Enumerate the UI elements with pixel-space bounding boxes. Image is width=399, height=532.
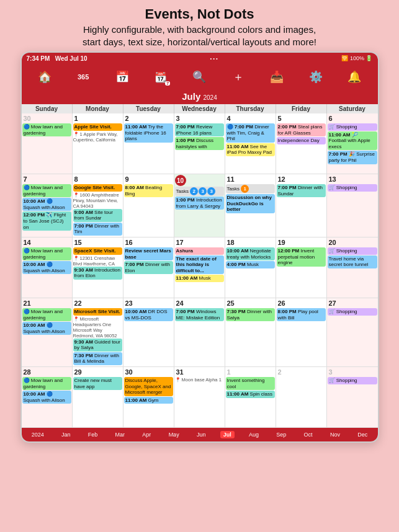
calendar-icon[interactable]: 📅 <box>112 67 132 87</box>
cal-cell-jul20[interactable]: 20 🛒 Shopping Travel home via secret bor… <box>327 237 378 298</box>
cal-cell-jul17[interactable]: 17 Ashura The exact date of this holiday… <box>174 237 225 298</box>
header-wed: Wednesday <box>174 104 225 113</box>
toolbar: 🏠 365 📅 📆 7 🔍 ＋ 📥 ⚙️ 🔔 <box>22 64 378 90</box>
cal-cell-jul4[interactable]: 4 🔵 7:00 PM Dinner with Tim, Craig & Phi… <box>225 113 276 174</box>
promo-header: Events, Not Dots Highly configurable, wi… <box>0 0 399 51</box>
cal-cell-jul25[interactable]: 25 7:30 PM Dinner with Satya <box>225 298 276 367</box>
month-header: July 2024 <box>22 90 378 104</box>
status-battery: 🛜 100% 🔋 <box>341 55 372 61</box>
cal-cell-jul14[interactable]: 14 🔵 Mow lawn and gardening 10:00 AM 🔵 S… <box>22 237 73 298</box>
cal-cell-jul22[interactable]: 22 Microsoft Site Visit. 📍 Microsoft Hea… <box>73 298 123 367</box>
365-icon[interactable]: 365 <box>73 67 93 87</box>
aug-btn[interactable]: Aug <box>246 431 262 438</box>
cal-cell-jul6[interactable]: 6 🛒 Shopping 11:00 AM 🎾 Football with Ap… <box>327 113 378 174</box>
cal-cell-jul7[interactable]: 7 🔵 Mow lawn and gardening 10:00 AM 🔵 Sq… <box>22 174 73 237</box>
month-name: July <box>182 91 200 102</box>
cal-cell-jul1[interactable]: 1 Apple Site Visit. 📍 1 Apple Park Way, … <box>73 113 123 174</box>
search-icon[interactable]: 🔍 <box>189 67 209 87</box>
cal-cell-jul28[interactable]: 28 🔵 Mow lawn and gardening 10:00 AM 🔵 S… <box>22 367 73 428</box>
header-mon: Monday <box>73 104 123 113</box>
cal-cell-jul2[interactable]: 2 11:00 AM Try the foldable iPhone 16 pl… <box>123 113 174 174</box>
month-year: 2024 <box>203 94 217 101</box>
cal-cell-jul29[interactable]: 29 Create new must have app <box>73 367 123 428</box>
settings-icon[interactable]: ⚙️ <box>306 67 326 87</box>
apr-btn[interactable]: Apr <box>139 431 154 438</box>
cal-cell-jul16[interactable]: 16 Review secret Mars base 7:00 PM Dinne… <box>123 237 174 298</box>
promo-title: Events, Not Dots <box>6 6 393 22</box>
nov-btn[interactable]: Nov <box>327 431 343 438</box>
jun-btn[interactable]: Jun <box>194 431 209 438</box>
add-icon[interactable]: ＋ <box>228 67 248 87</box>
may-btn[interactable]: May <box>166 431 182 438</box>
mar-btn[interactable]: Mar <box>112 431 128 438</box>
cal-cell-aug1[interactable]: 1 Invent something cool 11:00 AM Spin cl… <box>225 367 276 428</box>
cal-cell-jul27[interactable]: 27 🛒 Shopping <box>327 298 378 367</box>
header-tue: Tuesday <box>123 104 174 113</box>
status-time: 7:34 PM Wed Jul 10 <box>27 55 87 62</box>
cal-cell-jul5[interactable]: 5 2:00 PM Steal plans for AR Glasses Ind… <box>276 113 327 174</box>
cal-cell-jul11[interactable]: 11 Tasks 1 Discussion on why DuckDuckGo … <box>225 174 276 237</box>
inbox-icon[interactable]: 📥 <box>267 67 287 87</box>
promo-subtitle: Highly configurable, with background col… <box>6 24 393 48</box>
feb-btn[interactable]: Feb <box>85 431 101 438</box>
cal-cell-jul18[interactable]: 18 10:00 AM Negotiate treaty with Morloc… <box>225 237 276 298</box>
sep-btn[interactable]: Sep <box>273 431 289 438</box>
cal-cell-jul3[interactable]: 3 7:00 PM Review iPhone 16 plans 1:00 PM… <box>174 113 225 174</box>
cal-cell-jul24[interactable]: 24 7:00 PM Windows ME: Mistake Edition <box>174 298 225 367</box>
bottom-bar: 2024 Jan Feb Mar Apr May Jun Jul Aug Sep… <box>22 428 378 441</box>
oct-btn[interactable]: Oct <box>301 431 316 438</box>
cal-cell-jul30[interactable]: 30 Discuss Apple, Google, SpaceX and Mic… <box>123 367 174 428</box>
calendar-grid: 30 🔵 Mow lawn and gardening 1 Apple Site… <box>22 113 378 428</box>
header-thu: Thursday <box>225 104 276 113</box>
week-icon[interactable]: 📆 7 <box>151 67 171 87</box>
cal-cell-jun30[interactable]: 30 🔵 Mow lawn and gardening <box>22 113 73 174</box>
header-sat: Saturday <box>327 104 378 113</box>
status-dots: ••• <box>210 56 218 61</box>
cal-cell-jul10[interactable]: 10 Tasks 233 1:00 PM Introduction from L… <box>174 174 225 237</box>
cal-cell-jul21[interactable]: 21 🔵 Mow lawn and gardening 10:00 AM 🔵 S… <box>22 298 73 367</box>
cal-cell-jul26[interactable]: 26 8:00 PM Play pool with Bill <box>276 298 327 367</box>
cal-cell-jul13[interactable]: 13 🛒 Shopping <box>327 174 378 237</box>
jul-btn[interactable]: Jul <box>220 431 235 438</box>
phone-frame: 7:34 PM Wed Jul 10 ••• 🛜 100% 🔋 🏠 365 📅 … <box>20 51 379 443</box>
dec-btn[interactable]: Dec <box>354 431 370 438</box>
day-headers: Sunday Monday Tuesday Wednesday Thursday… <box>22 104 378 113</box>
cal-cell-jul12[interactable]: 12 7:00 PM Dinner with Sundar <box>276 174 327 237</box>
home-icon[interactable]: 🏠 <box>35 67 55 87</box>
cal-cell-jul9[interactable]: 9 8:00 AM Beating Bing <box>123 174 174 237</box>
cal-cell-jul19[interactable]: 19 12:00 PM Invent perpetual motion engi… <box>276 237 327 298</box>
header-fri: Friday <box>276 104 327 113</box>
cal-cell-jul31[interactable]: 31 📍 Moon base Alpha 1 <box>174 367 225 428</box>
year-label[interactable]: 2024 <box>29 431 47 438</box>
cal-cell-aug3[interactable]: 3 🛒 Shopping <box>327 367 378 428</box>
jan-btn[interactable]: Jan <box>58 431 74 438</box>
cal-cell-jul23[interactable]: 23 10:00 AM DR DOS vs MS-DOS <box>123 298 174 367</box>
header-sun: Sunday <box>22 104 73 113</box>
cal-cell-jul15[interactable]: 15 SpaceX Site Visit. 📍 12301 Crenshaw B… <box>73 237 123 298</box>
status-bar: 7:34 PM Wed Jul 10 ••• 🛜 100% 🔋 <box>22 53 378 64</box>
cal-cell-jul8[interactable]: 8 Google Site Visit. 📍 1600 Amphitheatre… <box>73 174 123 237</box>
notification-icon[interactable]: 🔔 <box>344 67 364 87</box>
cal-cell-aug2[interactable]: 2 <box>276 367 327 428</box>
